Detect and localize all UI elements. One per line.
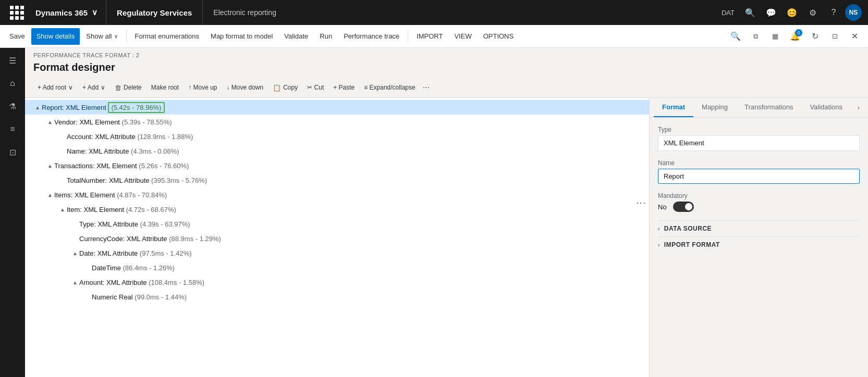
- copy-button[interactable]: 📋 Copy: [268, 80, 302, 95]
- paste-button[interactable]: + Paste: [329, 80, 359, 95]
- expand-collapse-button[interactable]: ≡ Expand/collapse: [360, 80, 419, 95]
- make-root-button[interactable]: Make root: [147, 80, 183, 95]
- avatar[interactable]: NS: [845, 4, 862, 21]
- performance-trace-button[interactable]: Performance trace: [338, 28, 405, 45]
- tree-row[interactable]: CurrencyCode: XML Attribute (88.9ms - 1.…: [25, 231, 649, 246]
- run-button[interactable]: Run: [314, 28, 337, 45]
- tree-row[interactable]: ▲ Date: XML Attribute (97.5ms - 1.42%): [25, 246, 649, 260]
- perf-text: (88.9ms - 1.29%): [169, 235, 221, 243]
- tree-toggle[interactable]: ▲: [71, 250, 79, 256]
- tree-row[interactable]: ▲ Vendor: XML Element (5.39s - 78.55%): [25, 115, 649, 129]
- close-icon[interactable]: ✕: [845, 27, 864, 46]
- show-all-chevron: ∨: [114, 33, 118, 39]
- sidebar-filter-icon[interactable]: ⚗: [2, 96, 23, 117]
- tab-transformations[interactable]: Transformations: [736, 98, 801, 117]
- show-details-button[interactable]: Show details: [31, 28, 80, 45]
- map-format-button[interactable]: Map format to model: [205, 28, 278, 45]
- tree-row-text: Name: XML Attribute (4.3ms - 0.06%): [67, 147, 649, 155]
- tree-row[interactable]: ▲ Item: XML Element (4.72s - 68.67%): [25, 202, 649, 217]
- add-button[interactable]: + Add ∨: [78, 80, 109, 95]
- tree-row[interactable]: Name: XML Attribute (4.3ms - 0.06%): [25, 144, 649, 158]
- options-button[interactable]: OPTIONS: [478, 28, 519, 45]
- name-label: Name: [658, 159, 860, 167]
- tree-row-text: Date: XML Attribute (97.5ms - 1.42%): [79, 249, 649, 257]
- mandatory-field: Mandatory No: [658, 192, 860, 212]
- tab-validations[interactable]: Validations: [801, 98, 851, 117]
- tree-row[interactable]: ▲ Amount: XML Attribute (108.4ms - 1.58%…: [25, 275, 649, 290]
- import-format-section[interactable]: › IMPORT FORMAT: [658, 236, 860, 253]
- command-bar: Save Show details Show all ∨ Format enum…: [0, 25, 868, 48]
- tree-toggle[interactable]: ▲: [58, 207, 67, 212]
- move-down-button[interactable]: ↓ Move down: [222, 80, 267, 95]
- mandatory-toggle-switch[interactable]: [673, 202, 694, 212]
- tree-row-name: Report: XML Element: [42, 104, 108, 111]
- tree-row[interactable]: TotalNumber: XML Attribute (395.3ms - 5.…: [25, 173, 649, 187]
- notifications-button[interactable]: 🔔0: [786, 27, 804, 46]
- import-button[interactable]: IMPORT: [411, 28, 448, 45]
- brand-dynamics[interactable]: Dynamics 365 ∨: [27, 0, 106, 25]
- perf-text: (86.4ms - 1.26%): [123, 264, 175, 272]
- tree-row-text: Amount: XML Attribute (108.4ms - 1.58%): [79, 279, 649, 286]
- data-source-section[interactable]: › DATA SOURCE: [658, 220, 860, 236]
- chat-icon[interactable]: 💬: [762, 3, 780, 22]
- import-format-label: IMPORT FORMAT: [664, 241, 720, 248]
- import-format-arrow: ›: [658, 242, 660, 248]
- delete-button[interactable]: 🗑 Delete: [111, 80, 146, 95]
- delete-icon: 🗑: [115, 84, 121, 92]
- cmd-office-icon[interactable]: ▦: [766, 27, 785, 46]
- sidebar-grid-icon[interactable]: ⊡: [2, 142, 23, 162]
- user-icon[interactable]: 😊: [783, 3, 801, 22]
- perf-text: (5.26s - 76.60%): [139, 162, 189, 170]
- format-enumerations-button[interactable]: Format enumerations: [130, 28, 205, 45]
- tab-scroll-right[interactable]: ›: [853, 99, 864, 116]
- tree-toggle[interactable]: ▲: [71, 280, 79, 285]
- tab-mapping[interactable]: Mapping: [693, 98, 736, 117]
- env-label: DAT: [717, 9, 739, 17]
- cmd-link-icon[interactable]: ⧉: [746, 27, 765, 46]
- tree-toggle[interactable]: ▲: [46, 119, 54, 125]
- tree-row[interactable]: ▲ Transactions: XML Element (5.26s - 76.…: [25, 158, 649, 173]
- tree-row[interactable]: Account: XML Attribute (128.9ms - 1.88%): [25, 129, 649, 144]
- settings-icon[interactable]: ⚙: [803, 3, 822, 22]
- tab-format[interactable]: Format: [654, 98, 693, 117]
- tree-row-text: Report: XML Element (5.42s - 78.96%): [42, 104, 649, 111]
- tree-row[interactable]: DateTime (86.4ms - 1.26%): [25, 260, 649, 275]
- brand-label: Dynamics 365: [35, 8, 88, 17]
- move-up-button[interactable]: ↑ Move up: [184, 80, 221, 95]
- context-menu-dots[interactable]: ⋮: [635, 198, 647, 206]
- sidebar-list-icon[interactable]: ≡: [2, 119, 23, 140]
- validate-button[interactable]: Validate: [279, 28, 313, 45]
- perf-text: (108.4ms - 1.58%): [149, 279, 204, 286]
- tree-row[interactable]: ▲ Report: XML Element (5.42s - 78.96%): [25, 100, 649, 115]
- save-button[interactable]: Save: [4, 28, 30, 45]
- resize-icon[interactable]: ⊡: [825, 27, 844, 46]
- name-input[interactable]: [658, 169, 860, 184]
- view-button[interactable]: VIEW: [449, 28, 476, 45]
- refresh-icon[interactable]: ↻: [805, 27, 824, 46]
- search-icon[interactable]: 🔍: [741, 3, 760, 22]
- tree-row-text: Items: XML Element (4.87s - 70.84%): [54, 191, 649, 199]
- show-all-button[interactable]: Show all ∨: [81, 28, 123, 45]
- tree-row[interactable]: Type: XML Attribute (4.39s - 63.97%): [25, 217, 649, 231]
- add-root-button[interactable]: + Add root ∨: [33, 80, 77, 95]
- tree-row-text: Vendor: XML Element (5.39s - 78.55%): [54, 118, 649, 126]
- more-button[interactable]: ···: [421, 83, 432, 92]
- tree-toggle[interactable]: ▲: [33, 105, 42, 110]
- cmd-search-icon[interactable]: 🔍: [726, 27, 745, 46]
- tree-toggle[interactable]: ▲: [46, 163, 54, 169]
- add-label: + Add: [82, 84, 99, 91]
- tree-row[interactable]: ▲ Items: XML Element (4.87s - 70.84%): [25, 187, 649, 202]
- perf-text: (99.0ms - 1.44%): [135, 293, 187, 301]
- delete-label: Delete: [124, 84, 142, 91]
- tree-toggle[interactable]: ▲: [46, 192, 54, 198]
- cmd-sep-2: [408, 30, 408, 43]
- perf-highlight: (5.42s - 78.96%): [108, 102, 164, 113]
- cmd-sep-1: [126, 30, 127, 43]
- apps-grid-button[interactable]: [6, 2, 27, 23]
- sidebar-home-icon[interactable]: ⌂: [2, 73, 23, 94]
- sidebar-menu-icon[interactable]: ☰: [2, 50, 23, 71]
- tree-row[interactable]: Numeric Real (99.0ms - 1.44%): [25, 290, 649, 304]
- help-icon[interactable]: ?: [824, 3, 843, 22]
- tree-row-text: Type: XML Attribute (4.39s - 63.97%): [79, 220, 649, 228]
- cut-button[interactable]: ✂ Cut: [303, 80, 328, 95]
